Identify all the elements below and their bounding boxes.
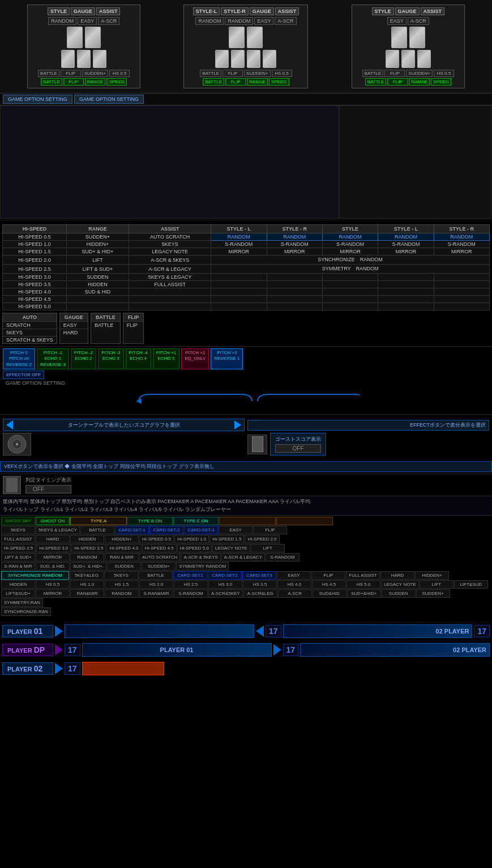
cell-assist-4[interactable]: A-SCR & LEGACY xyxy=(129,265,211,274)
cell-sl-2[interactable]: MIRROR xyxy=(211,248,267,256)
ghost-on-cell[interactable]: GHOST ON xyxy=(36,517,70,525)
r3-hs45[interactable]: HI-SPEED 4.5 xyxy=(142,544,177,552)
r1-cardset1[interactable]: CARD-SET-1 xyxy=(115,526,149,534)
cell-assist-5[interactable]: 5KEYS & LEGACY xyxy=(129,274,211,281)
cell-sr-2[interactable]: MIRROR xyxy=(267,248,322,256)
vefx-bar[interactable]: VEFXボタンで表示を選択 ◆ 全国平均 全国トップ 同段位平均 同段位トップ … xyxy=(0,461,492,472)
r2-hs20[interactable]: HI-SPEED 2.0 xyxy=(245,535,279,543)
cell-range-4[interactable]: LIFT & SUD+ xyxy=(66,265,129,274)
r1-flip[interactable]: FLIP xyxy=(253,526,287,534)
r2-hidden[interactable]: HIDDEN xyxy=(70,535,104,543)
r7-hs20[interactable]: HS 2.0 xyxy=(139,580,173,589)
judgment-off-btn[interactable]: OFF xyxy=(25,485,71,493)
cell-sl-3[interactable]: SYNCHRONIZE RANDOM xyxy=(211,256,490,265)
r8-ascr5key[interactable]: A-SCR&5KEY xyxy=(208,589,243,598)
r7-hs10[interactable]: HS 1.0 xyxy=(70,580,104,589)
cell-sl2-2[interactable]: MIRROR xyxy=(378,248,434,256)
cell-range-1[interactable]: HIDDEN+ xyxy=(66,241,129,248)
sudden-btn2[interactable]: SUDDEN+ xyxy=(244,70,270,77)
r8-mirror[interactable]: MIRROR xyxy=(36,589,70,598)
r3-hs25[interactable]: HI-SPEED 2.5 xyxy=(1,544,36,552)
sudden-btn3[interactable]: SUDDEN+ xyxy=(406,70,432,77)
type-c-cell[interactable]: TYPE C ON xyxy=(173,517,219,525)
r6-cardset1[interactable]: CARD-SET1 xyxy=(173,571,207,580)
r3-hs50[interactable]: HI-SPEED 5.0 xyxy=(177,544,212,552)
cell-hs-6[interactable]: HI-SPEED 3.5 xyxy=(3,281,67,288)
r7-hs30[interactable]: HS 3.0 xyxy=(208,580,242,589)
flip-row[interactable]: FLIP xyxy=(123,321,144,329)
r4-random[interactable]: RANDOM xyxy=(70,553,104,561)
r1-easy[interactable]: EASY xyxy=(219,526,253,534)
cell-sl2-0[interactable]: RANDOM xyxy=(378,233,434,241)
flip-btn2[interactable]: FLIP xyxy=(223,70,243,77)
ghost-score-value[interactable]: OFF xyxy=(275,444,321,453)
r7-liftsud[interactable]: LIFT&SUD xyxy=(454,580,488,589)
cell-sr-0[interactable]: RANDOM xyxy=(267,233,322,241)
cell-sl-1[interactable]: S-RANDOM xyxy=(211,241,267,248)
eff-pitch-m4[interactable]: PITCH -4 ECHO 4 xyxy=(126,348,151,369)
r7-hs35[interactable]: HS 3.5 xyxy=(243,580,277,589)
r1-5keys[interactable]: 5KEYS xyxy=(1,526,35,534)
cell-range-7[interactable]: SUD & HID xyxy=(66,288,129,296)
r7-legacynote[interactable]: LEGACY NOTE xyxy=(381,580,419,589)
r7-hs50[interactable]: HS 5.0 xyxy=(346,580,380,589)
battle-btn2[interactable]: BATTLE xyxy=(200,70,221,77)
cell-range-0[interactable]: SUDDEN+ xyxy=(66,233,129,241)
r1-cardset2[interactable]: CARD-SET-2 xyxy=(149,526,183,534)
r8-sud+hid+[interactable]: SUD+&HID+ xyxy=(347,589,381,598)
gauge-easy[interactable]: EASY xyxy=(60,321,88,329)
cell-sr2-0[interactable]: RANDOM xyxy=(434,233,489,241)
r5-sudden+[interactable]: SUDDEN+ xyxy=(142,562,176,571)
r1-5keysleg[interactable]: 5KEYS & LEGACY xyxy=(36,526,80,534)
r3-legacynote[interactable]: LEGACY NOTE xyxy=(212,544,250,552)
r4-mirror[interactable]: MIRROR xyxy=(36,553,70,561)
r7-hs05[interactable]: HS 0.5 xyxy=(36,580,70,589)
r6-battle[interactable]: BATTLE xyxy=(139,571,173,580)
hs-btn1[interactable]: HS 0.5 xyxy=(109,70,130,77)
cell-range-5[interactable]: SUDDEN xyxy=(66,274,129,281)
cell-assist-0[interactable]: AUTO SCRATCH xyxy=(129,233,211,241)
r1-battle[interactable]: BATTLE xyxy=(80,526,114,534)
r4-ranmir[interactable]: RAN & MIR xyxy=(105,553,139,561)
sudden-btn1[interactable]: SUDDEN+ xyxy=(82,70,108,77)
cell-assist-6[interactable]: FULL ASSIST xyxy=(129,281,211,288)
r7-hs15[interactable]: HS 1.5 xyxy=(105,580,139,589)
sync-random-cell[interactable]: SYNCHRONIZE RANDOM xyxy=(1,571,69,580)
eff-pitch-p2[interactable]: PITCH +2 EQ_ONLY xyxy=(181,348,209,369)
cell-hs-0[interactable]: HI-SPEED 0.5 xyxy=(3,233,67,241)
orange-cell-2[interactable] xyxy=(276,517,333,525)
r4-ascr5keys[interactable]: A-SCR & 5KEYS xyxy=(181,553,220,561)
r2-hs15[interactable]: HI-SPEED 1.5 xyxy=(209,535,244,543)
r8-liftsud+[interactable]: LIFT&SUD+ xyxy=(1,589,35,598)
cell-hs-4[interactable]: HI-SPEED 2.5 xyxy=(3,265,67,274)
r8-sudden[interactable]: SUDDEN xyxy=(382,589,416,598)
r7-hidden[interactable]: HIDDEN xyxy=(1,580,35,589)
type-a-cell[interactable]: TYPE A xyxy=(70,517,127,525)
r5-sudhid[interactable]: SUD. & HID. xyxy=(36,562,70,571)
r6-hard[interactable]: HARD xyxy=(380,571,414,580)
r3-hs35[interactable]: HI-SPEED 3.5 xyxy=(71,544,106,552)
r6-cardset3[interactable]: CARD-SET3 xyxy=(242,571,276,580)
hs-btn2[interactable]: HS 0.5 xyxy=(272,70,292,77)
cell-sr-1[interactable]: S-RANDOM xyxy=(267,241,322,248)
flip-btn1[interactable]: FLIP xyxy=(61,70,81,77)
r9-syncran[interactable]: SYNCHRONIZE-RAN xyxy=(1,607,51,616)
type-b-cell[interactable]: TYPE B ON xyxy=(127,517,173,525)
r6-easy[interactable]: EASY xyxy=(277,571,311,580)
game-option-tab-2[interactable]: GAME OPTION SETTING xyxy=(74,95,144,104)
r5-sud+hid+[interactable]: SUD+. & HID+. xyxy=(70,562,106,571)
cell-hs-2[interactable]: HI-SPEED 1.5 xyxy=(3,248,67,256)
eff-pitch-m3[interactable]: PITCH -3 ECHO 3 xyxy=(98,348,123,369)
cell-hs-9[interactable]: HI-SPEED 5.0 xyxy=(3,303,67,310)
cell-assist-3[interactable]: A-SCR & 5KEYS xyxy=(129,256,211,265)
r6-fullassist[interactable]: FULL ASSIST xyxy=(346,571,380,580)
cell-s-2[interactable]: MIRROR xyxy=(322,248,378,256)
r6-hidden+[interactable]: HIDDEN+ xyxy=(415,571,449,580)
cell-range-6[interactable]: HIDDEN xyxy=(66,281,129,288)
battle-btn1[interactable]: BATTLE xyxy=(38,70,59,77)
r8-sudhid[interactable]: SUD&HID xyxy=(313,589,346,598)
cell-sl-4[interactable]: SYMMETRY RANDOM xyxy=(211,265,490,274)
r3-hs30[interactable]: HI-SPEED 3.0 xyxy=(36,544,71,552)
eff-pitch-0[interactable]: PITCH 0 PITCH ±0 REVERSE 2 xyxy=(3,348,35,369)
orange-cell-1[interactable] xyxy=(219,517,276,525)
